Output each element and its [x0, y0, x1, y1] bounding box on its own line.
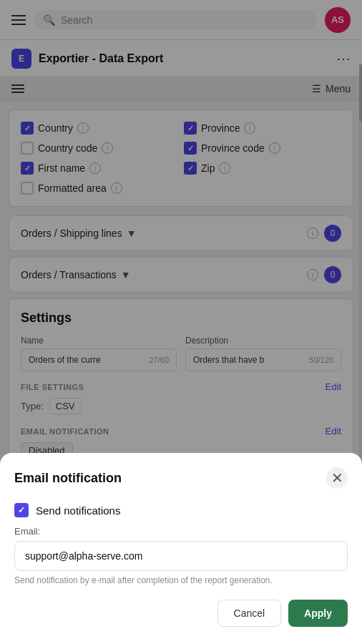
email-hint: Send notification by e-mail after comple… [14, 575, 348, 585]
send-notifications-checkbox[interactable] [14, 503, 29, 517]
apply-button[interactable]: Apply [288, 600, 348, 627]
email-notification-modal: Email notification ✕ Send notifications … [0, 453, 362, 644]
email-input[interactable] [14, 541, 348, 571]
modal-close-button[interactable]: ✕ [326, 467, 348, 489]
send-notifications-row[interactable]: Send notifications [14, 503, 348, 517]
modal-header: Email notification ✕ [14, 467, 348, 489]
email-field-group: Email: Send notification by e-mail after… [14, 526, 348, 585]
modal-actions: Cancel Apply [14, 600, 348, 627]
send-notifications-label: Send notifications [36, 504, 120, 517]
modal-overlay: Email notification ✕ Send notifications … [0, 0, 362, 644]
modal-title: Email notification [14, 471, 122, 486]
email-label: Email: [14, 526, 348, 537]
cancel-button[interactable]: Cancel [217, 600, 282, 627]
